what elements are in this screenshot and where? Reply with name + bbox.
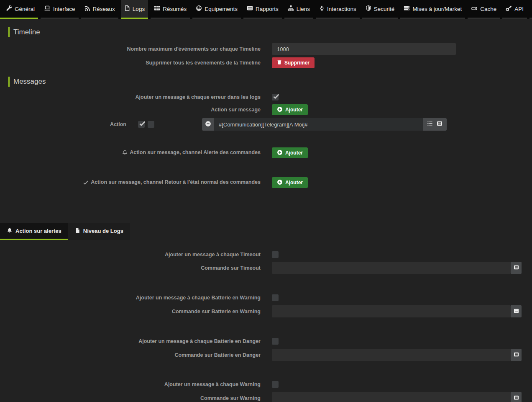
list-alt-icon — [514, 395, 519, 402]
nav-tab-label: Interface — [53, 6, 75, 12]
check-icon — [138, 120, 146, 127]
trash-icon — [277, 59, 282, 66]
wrench-icon — [6, 5, 12, 13]
plus-circle-icon — [277, 179, 283, 186]
file-icon — [75, 227, 80, 235]
warning-cmd-label: Commande sur Warning — [0, 395, 261, 402]
batt-danger-cmd-input[interactable] — [272, 349, 511, 361]
nav-tab-equipements[interactable]: Equipements — [192, 0, 241, 19]
add-action-button[interactable]: Ajouter — [272, 104, 308, 115]
batt-warning-checkbox[interactable] — [272, 294, 279, 301]
section-title-timeline: Timeline — [8, 27, 532, 37]
action-on-message-label: Action sur message — [0, 106, 261, 113]
row-timeout-check: Ajouter un message à chaque Timeout — [0, 251, 532, 258]
plus-circle-icon — [277, 106, 283, 113]
error-log-checkbox[interactable] — [272, 94, 279, 100]
batt-danger-cmd-label: Commande sur Batterie en Danger — [0, 352, 261, 358]
nav-tab-interface[interactable]: Interface — [41, 0, 79, 19]
action-addon-buttons — [423, 118, 447, 131]
list-alt-icon — [514, 265, 519, 271]
timeout-cmd-picker-button[interactable] — [511, 262, 522, 274]
nav-tab-label: Interactions — [327, 6, 356, 12]
delete-timeline-button[interactable]: Supprimer — [272, 57, 315, 68]
nav-tab-label: Rapports — [256, 6, 279, 12]
add-alert-action-button[interactable]: Ajouter — [272, 147, 308, 158]
nav-tab-label: Equipements — [205, 6, 238, 12]
laptop-icon — [44, 5, 51, 13]
shield-icon — [366, 5, 371, 13]
nav-tab-label: Réseaux — [93, 6, 115, 12]
warning-cmd-picker-button[interactable] — [511, 392, 522, 402]
tab-niveau-de-logs[interactable]: Niveau de Logs — [68, 223, 130, 240]
row-normal-channel: Action sur message, channel Retour à l'é… — [0, 177, 532, 188]
action-enabled-checkbox[interactable] — [138, 121, 145, 128]
row-batt-danger-check: Ajouter un message à chaque Batterie en … — [0, 338, 532, 345]
nav-tab-label: API — [514, 6, 524, 12]
max-events-input[interactable] — [272, 43, 456, 55]
tab-action-sur-alertes[interactable]: Action sur alertes — [0, 223, 68, 240]
list-alt-icon[interactable] — [437, 121, 442, 128]
report-icon — [247, 5, 253, 13]
nav-tab-reseaux[interactable]: Réseaux — [81, 0, 118, 19]
check-icon — [83, 180, 89, 187]
add-normal-action-button[interactable]: Ajouter — [272, 177, 308, 188]
nav-tab-securite[interactable]: Securité — [362, 0, 398, 19]
action-entry-label: Action — [0, 121, 126, 128]
delete-timeline-label: Supprimer tous les évènements de la Time… — [0, 59, 261, 66]
nav-tab-api[interactable]: API — [502, 0, 527, 19]
batt-danger-cmd-picker-button[interactable] — [511, 349, 522, 361]
nav-tab-cache[interactable]: Cache — [468, 0, 500, 19]
warning-checkbox[interactable] — [272, 381, 279, 388]
nav-tab-label: Mises à jour/Market — [412, 6, 462, 12]
bell-icon — [7, 227, 13, 235]
nav-tab-logs[interactable]: Logs — [121, 0, 148, 19]
row-batt-danger-cmd: Commande sur Batterie en Danger — [0, 349, 532, 361]
bell-outline-icon — [122, 149, 128, 157]
batt-warning-cmd-label: Commande sur Batterie en Warning — [0, 308, 261, 315]
table-icon — [154, 5, 160, 13]
batt-danger-check-label: Ajouter un message à chaque Batterie en … — [0, 338, 261, 345]
warning-cmd-input[interactable] — [272, 392, 511, 402]
nav-tab-rapports[interactable]: Rapports — [243, 0, 282, 19]
row-delete-timeline: Supprimer tous les évènements de la Time… — [0, 57, 532, 68]
batt-danger-checkbox[interactable] — [272, 338, 279, 345]
sitemap-icon — [288, 5, 294, 13]
action-input-group — [202, 118, 447, 131]
row-action-on-message: Action sur message Ajouter — [0, 104, 532, 115]
nav-tab-label: Général — [15, 6, 35, 12]
max-events-label: Nombre maximum d'évènements sur chaque T… — [0, 46, 261, 52]
nav-tab-label: Securité — [374, 6, 395, 12]
alert-subtabs: Action sur alertes Niveau de Logs — [0, 223, 532, 240]
globe-icon — [196, 5, 202, 13]
row-timeout-cmd: Commande sur Timeout — [0, 262, 532, 274]
nav-tab-general[interactable]: Général — [0, 0, 38, 19]
nav-tab-label: Résumés — [163, 6, 187, 12]
rss-icon — [84, 5, 90, 13]
hdd-icon — [471, 5, 478, 13]
nav-tab-liens[interactable]: Liens — [284, 0, 313, 19]
timeout-cmd-label: Commande sur Timeout — [0, 265, 261, 271]
row-batt-warning-check: Ajouter un message à chaque Batterie en … — [0, 294, 532, 301]
list-ul-icon[interactable] — [427, 121, 433, 128]
error-log-label: Ajouter un message à chaque erreur dans … — [0, 94, 261, 100]
alert-channel-label: Action sur message, channel Alerte des c… — [0, 149, 261, 157]
section-title-messages: Messages — [8, 77, 532, 87]
nav-tab-interactions[interactable]: Interactions — [316, 0, 360, 19]
nav-tab-osdb[interactable]: >_ OS/DB — [529, 0, 532, 19]
timeout-cmd-input[interactable] — [272, 262, 511, 274]
timeout-checkbox[interactable] — [272, 251, 279, 258]
nav-tab-market[interactable]: Mises à jour/Market — [400, 0, 465, 19]
action-command-input[interactable] — [214, 118, 423, 131]
action-option-checkbox[interactable] — [148, 121, 154, 128]
batt-warning-cmd-input[interactable] — [272, 305, 511, 317]
nav-tab-label: Logs — [133, 6, 145, 12]
remove-action-button[interactable] — [202, 118, 214, 131]
list-alt-icon — [514, 352, 519, 358]
row-max-events: Nombre maximum d'évènements sur chaque T… — [0, 43, 532, 55]
batt-warning-cmd-picker-button[interactable] — [511, 305, 522, 317]
row-action-entry: Action — [0, 118, 532, 131]
minus-circle-icon — [205, 121, 211, 128]
list-alt-icon — [514, 308, 519, 315]
nav-tab-resumes[interactable]: Résumés — [151, 0, 190, 19]
row-batt-warning-cmd: Commande sur Batterie en Warning — [0, 305, 532, 317]
